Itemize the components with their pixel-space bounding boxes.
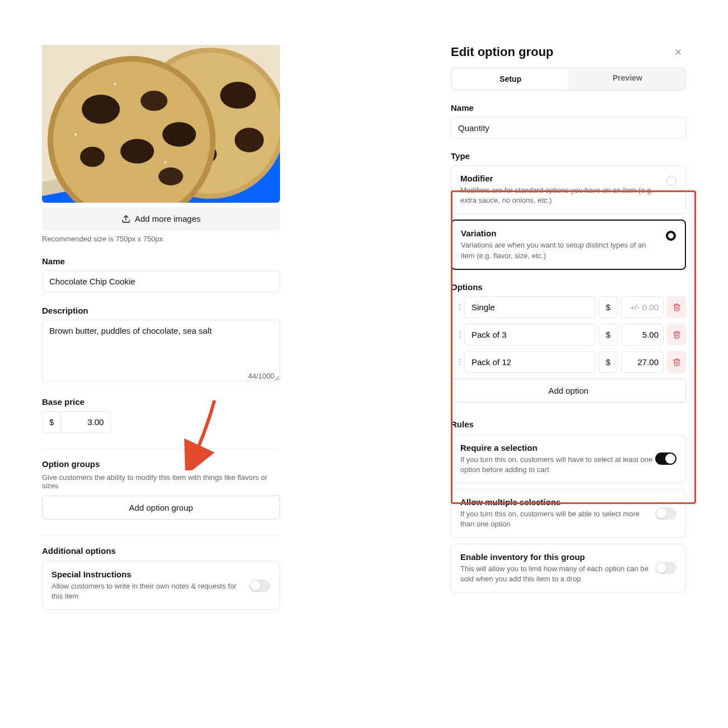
option-price-input[interactable] [621, 351, 664, 373]
delete-option-button[interactable] [667, 324, 686, 346]
option-name-input[interactable] [464, 296, 595, 318]
drag-handle-icon[interactable]: ⋮⋮ [451, 324, 461, 346]
option-price-input[interactable] [621, 324, 664, 346]
trash-icon [673, 358, 681, 366]
rule-require-title: Require a selection [460, 443, 655, 452]
type-variation-title: Variation [461, 228, 658, 238]
svg-point-11 [82, 95, 120, 124]
option-groups-label: Option groups [42, 459, 280, 469]
currency-label: $ [599, 296, 618, 318]
drag-handle-icon[interactable]: ⋮⋮ [451, 296, 461, 318]
close-button[interactable] [670, 47, 686, 57]
name-label: Name [42, 256, 280, 266]
trash-icon [673, 303, 681, 311]
svg-point-16 [158, 167, 183, 185]
svg-point-15 [120, 139, 154, 164]
additional-options-label: Additional options [42, 546, 280, 556]
divider [42, 535, 280, 536]
add-more-images-button[interactable]: Add more images [42, 207, 280, 230]
type-modifier-card[interactable]: Modifier Modifiers are for standard opti… [451, 165, 686, 214]
option-name-input[interactable] [464, 351, 595, 373]
drag-handle-icon[interactable]: ⋮⋮ [451, 351, 461, 373]
option-group-name-input[interactable] [451, 117, 686, 139]
image-size-hint: Recommended size is 750px x 750px [42, 235, 280, 243]
rule-multi-desc: If you turn this on, customers will be a… [460, 509, 655, 529]
type-label: Type [451, 151, 686, 161]
trash-icon [673, 330, 681, 339]
product-image [42, 45, 280, 203]
special-instructions-desc: Allow customers to write in their own no… [52, 581, 249, 601]
edit-option-group-panel: Edit option group Setup Preview Name Typ… [451, 45, 686, 683]
option-price-input[interactable] [621, 296, 664, 318]
add-option-group-label: Add option group [129, 503, 193, 512]
svg-point-14 [80, 147, 105, 167]
svg-point-13 [162, 122, 196, 147]
tab-preview[interactable]: Preview [570, 68, 685, 90]
rule-inventory-desc: This will allow you to limit how many of… [460, 564, 655, 584]
base-price-label: Base price [42, 397, 280, 407]
option-name-input[interactable] [464, 324, 595, 346]
options-label: Options [451, 282, 686, 292]
base-price-input[interactable] [60, 411, 111, 433]
delete-option-button[interactable] [667, 296, 686, 318]
add-more-images-label: Add more images [135, 214, 201, 223]
option-groups-hint: Give customers the ability to modify thi… [42, 473, 280, 490]
option-row: ⋮⋮ $ [451, 296, 686, 318]
rule-inventory-toggle[interactable] [655, 562, 676, 574]
panel-title: Edit option group [451, 45, 553, 59]
rule-require-toggle[interactable] [655, 452, 676, 465]
item-name-input[interactable] [42, 270, 280, 292]
svg-point-7 [235, 128, 264, 152]
add-option-group-button[interactable]: Add option group [42, 496, 280, 520]
rule-require-desc: If you turn this on, customers will have… [460, 455, 655, 475]
type-variation-desc: Variations are when you want to setup di… [461, 240, 658, 260]
tabs: Setup Preview [451, 67, 686, 91]
option-row: ⋮⋮ $ [451, 324, 686, 346]
svg-point-6 [220, 82, 256, 109]
currency-label: $ [599, 351, 618, 373]
add-option-button[interactable]: Add option [451, 379, 686, 403]
close-icon [674, 48, 683, 57]
delete-option-button[interactable] [667, 351, 686, 373]
svg-point-18 [114, 83, 116, 85]
special-instructions-title: Special Instructions [52, 570, 249, 579]
option-row: ⋮⋮ $ [451, 351, 686, 373]
currency-label: $ [599, 324, 618, 346]
rule-multi-toggle[interactable] [655, 507, 676, 520]
item-description-input[interactable] [42, 320, 280, 381]
type-variation-radio[interactable] [666, 231, 676, 241]
item-editor-panel: Add more images Recommended size is 750p… [42, 45, 280, 683]
upload-icon [122, 214, 130, 223]
svg-point-19 [164, 161, 166, 164]
type-variation-card[interactable]: Variation Variations are when you want t… [451, 220, 686, 269]
rule-multi-title: Allow multiple selections [460, 497, 655, 507]
type-modifier-radio[interactable] [666, 176, 676, 186]
divider [42, 449, 280, 449]
add-option-label: Add option [548, 386, 589, 395]
special-instructions-toggle[interactable] [249, 580, 270, 592]
type-modifier-desc: Modifiers are for standard options you h… [460, 185, 659, 206]
type-modifier-title: Modifier [460, 174, 659, 183]
og-name-label: Name [451, 103, 686, 113]
rule-inventory-title: Enable inventory for this group [460, 552, 655, 562]
currency-prefix: $ [42, 411, 60, 433]
svg-point-17 [74, 133, 77, 136]
rules-label: Rules [451, 419, 686, 429]
svg-point-12 [141, 91, 167, 111]
tab-setup[interactable]: Setup [452, 69, 568, 89]
description-label: Description [42, 306, 280, 315]
